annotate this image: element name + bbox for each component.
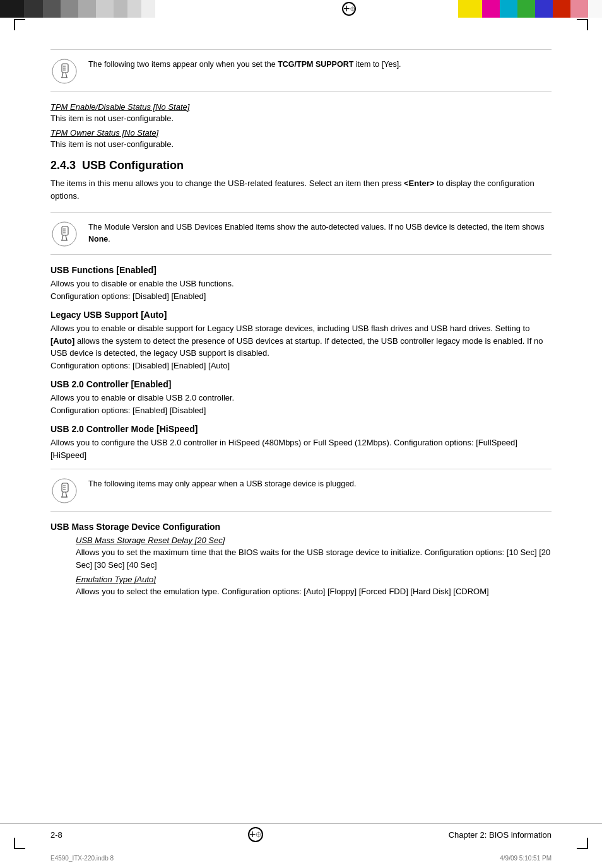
svg-line-5 (62, 73, 63, 78)
svg-point-11 (52, 222, 76, 246)
note-box-storage: The following items may only appear when… (50, 469, 552, 512)
tpm-item-1-desc: This item is not user-configurable. (50, 114, 552, 123)
registration-mark-top (342, 2, 356, 16)
tpm-item-2-title: TPM Owner Status [No State] (50, 128, 552, 138)
svg-line-22 (66, 492, 67, 497)
note-text-bold: TCG/TPM SUPPORT (278, 60, 353, 69)
usb-storage-heading: USB Mass Storage Device Configuration (50, 522, 552, 532)
color-swatch-1 (0, 0, 24, 18)
note2-text: The Module Version and USB Devices Enabl… (88, 223, 545, 232)
color-green (517, 0, 535, 18)
section-number: 2.4.3 (50, 159, 76, 172)
chapter-label-right: Chapter 2: BIOS information (449, 830, 552, 840)
color-yellow (458, 0, 482, 18)
page-info-bar: 2-8 Chapter 2: BIOS information (0, 823, 602, 845)
color-cyan (500, 0, 517, 18)
color-red (553, 0, 570, 18)
svg-line-21 (62, 492, 63, 497)
note-box-tpm: The following two items appear only when… (50, 49, 552, 92)
color-white (588, 0, 602, 18)
usb20-mode-heading: USB 2.0 Controller Mode [HiSpeed] (50, 424, 552, 434)
note-text-usb: The Module Version and USB Devices Enabl… (88, 219, 552, 245)
note-text-tpm: The following two items appear only when… (88, 56, 401, 71)
note2-bold: None (88, 235, 108, 243)
section-intro-usb: The items in this menu allows you to cha… (50, 177, 552, 202)
usb-sub-item-2-desc: Allows you to select the emulation type.… (76, 585, 552, 598)
page-number-left: 2-8 (50, 830, 62, 840)
page-wrapper: The following two items appear only when… (0, 0, 602, 868)
usb-sub-item-1-desc: Allows you to set the maximum time that … (76, 546, 552, 571)
top-bar-right (458, 0, 602, 18)
footer-file-right: 4/9/09 5:10:51 PM (500, 855, 552, 862)
svg-point-3 (52, 59, 76, 83)
color-swatch-3 (43, 0, 61, 18)
color-swatch-2 (24, 0, 43, 18)
note-text-storage: The following items may only appear when… (88, 476, 357, 490)
top-color-bar (0, 0, 602, 18)
note2-after: . (108, 235, 110, 243)
color-swatch-6 (96, 0, 114, 18)
note-icon-usb (50, 220, 78, 248)
color-blue (535, 0, 553, 18)
note-icon-tpm (50, 57, 78, 85)
svg-line-6 (66, 73, 67, 78)
usb-functions-heading: USB Functions [Enabled] (50, 265, 552, 275)
tpm-item-2-desc: This item is not user-configurable. (50, 139, 552, 149)
legacy-usb-heading: Legacy USB Support [Auto] (50, 310, 552, 320)
svg-line-13 (62, 235, 63, 240)
svg-point-19 (52, 479, 76, 503)
registration-mark-bottom (248, 827, 263, 842)
usb-sub-item-2: Emulation Type [Auto] Allows you to sele… (76, 575, 552, 598)
usb-sub-item-2-title: Emulation Type [Auto] (76, 575, 552, 584)
color-magenta (482, 0, 500, 18)
usb20-controller-heading: USB 2.0 Controller [Enabled] (50, 379, 552, 389)
note-text-after: item to [Yes]. (353, 60, 401, 69)
legacy-usb-body: Allows you to enable or disable support … (50, 322, 552, 372)
tpm-item-1-title: TPM Enable/Disable Status [No State] (50, 102, 552, 112)
section-title: USB Configuration (82, 159, 184, 172)
section-heading-usb: 2.4.3 USB Configuration (50, 159, 552, 172)
usb-sub-item-1: USB Mass Storage Reset Delay [20 Sec] Al… (76, 536, 552, 571)
main-content: The following two items appear only when… (0, 18, 602, 628)
note-box-usb: The Module Version and USB Devices Enabl… (50, 212, 552, 255)
color-swatch-4 (61, 0, 78, 18)
usb-storage-section: USB Mass Storage Device Configuration US… (50, 522, 552, 598)
usb-sub-item-1-title: USB Mass Storage Reset Delay [20 Sec] (76, 536, 552, 545)
note-text-before: The following two items appear only when… (88, 60, 278, 69)
color-swatch-5 (78, 0, 96, 18)
top-bar-left (0, 0, 240, 18)
usb20-mode-body: Allows you to configure the USB 2.0 cont… (50, 437, 552, 461)
color-swatch-8 (127, 0, 141, 18)
color-swatch-7 (114, 0, 127, 18)
usb-functions-body: Allows you to disable or enable the USB … (50, 278, 552, 302)
svg-line-14 (66, 235, 67, 240)
footer-file-info: E4590_ITX-220.indb 8 4/9/09 5:10:51 PM (0, 855, 602, 862)
color-swatch-9 (141, 0, 155, 18)
note-icon-storage (50, 477, 78, 505)
footer-file-left: E4590_ITX-220.indb 8 (50, 855, 114, 862)
usb20-controller-body: Allows you to enable or disable USB 2.0 … (50, 392, 552, 416)
color-pink (570, 0, 588, 18)
tpm-section: TPM Enable/Disable Status [No State] Thi… (50, 102, 552, 149)
top-bar-center (240, 0, 458, 18)
